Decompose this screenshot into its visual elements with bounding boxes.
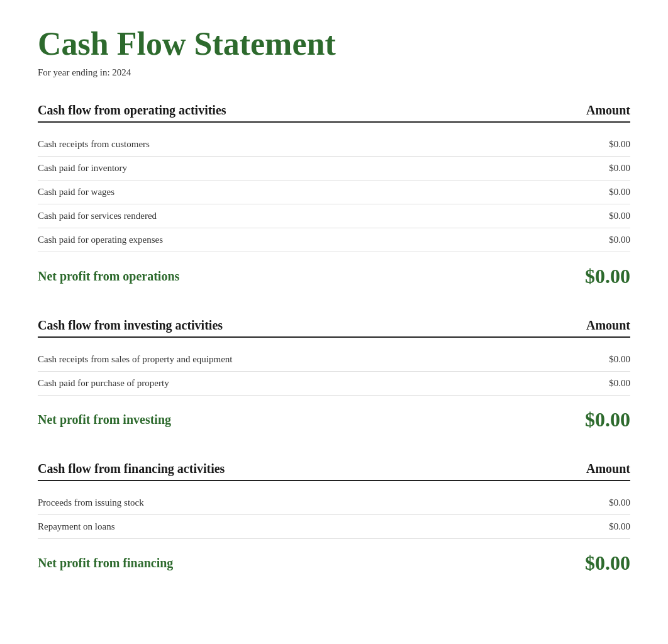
investing-section-header: Cash flow from investing activities Amou… [38,318,630,338]
operating-line-item-1: Cash paid for inventory $0.00 [38,157,630,180]
operating-value-0: $0.00 [555,139,630,150]
operating-label-4: Cash paid for operating expenses [38,235,163,245]
investing-amount-header: Amount [555,318,630,333]
financing-section-header: Cash flow from financing activities Amou… [38,462,630,481]
financing-net-row: Net profit from financing $0.00 [38,541,630,580]
operating-line-item-4: Cash paid for operating expenses $0.00 [38,228,630,252]
investing-net-label: Net profit from investing [38,413,171,427]
investing-label-0: Cash receipts from sales of property and… [38,354,233,365]
investing-net-row: Net profit from investing $0.00 [38,398,630,436]
investing-value-0: $0.00 [555,354,630,365]
investing-line-item-0: Cash receipts from sales of property and… [38,348,630,372]
financing-net-label: Net profit from financing [38,556,173,570]
operating-net-row: Net profit from operations $0.00 [38,255,630,293]
operating-value-2: $0.00 [555,187,630,197]
financing-section-title: Cash flow from financing activities [38,462,225,476]
investing-section-title: Cash flow from investing activities [38,318,223,333]
investing-label-1: Cash paid for purchase of property [38,378,169,389]
financing-line-item-1: Repayment on loans $0.00 [38,515,630,539]
operating-line-item-3: Cash paid for services rendered $0.00 [38,204,630,228]
investing-line-item-1: Cash paid for purchase of property $0.00 [38,372,630,396]
financing-label-0: Proceeds from issuing stock [38,497,144,508]
financing-line-item-0: Proceeds from issuing stock $0.00 [38,491,630,515]
operating-label-3: Cash paid for services rendered [38,211,157,221]
operating-line-item-0: Cash receipts from customers $0.00 [38,133,630,157]
page-title: Cash Flow Statement [38,25,630,62]
operating-label-2: Cash paid for wages [38,187,114,197]
operating-section-header: Cash flow from operating activities Amou… [38,103,630,123]
financing-label-1: Repayment on loans [38,521,114,532]
operating-label-0: Cash receipts from customers [38,139,150,150]
operating-label-1: Cash paid for inventory [38,163,127,174]
subtitle: For year ending in: 2024 [38,67,630,78]
operating-value-4: $0.00 [555,235,630,245]
operating-net-value: $0.00 [555,265,630,288]
operating-value-1: $0.00 [555,163,630,174]
financing-value-0: $0.00 [555,497,630,508]
operating-section-title: Cash flow from operating activities [38,103,226,118]
financing-net-value: $0.00 [555,552,630,575]
financing-value-1: $0.00 [555,521,630,532]
investing-value-1: $0.00 [555,378,630,389]
financing-section: Cash flow from financing activities Amou… [38,462,630,580]
financing-amount-header: Amount [555,462,630,476]
investing-net-value: $0.00 [555,408,630,431]
operating-line-item-2: Cash paid for wages $0.00 [38,180,630,204]
operating-amount-header: Amount [555,103,630,118]
operating-net-label: Net profit from operations [38,269,179,284]
investing-section: Cash flow from investing activities Amou… [38,318,630,436]
operating-section: Cash flow from operating activities Amou… [38,103,630,293]
operating-value-3: $0.00 [555,211,630,221]
